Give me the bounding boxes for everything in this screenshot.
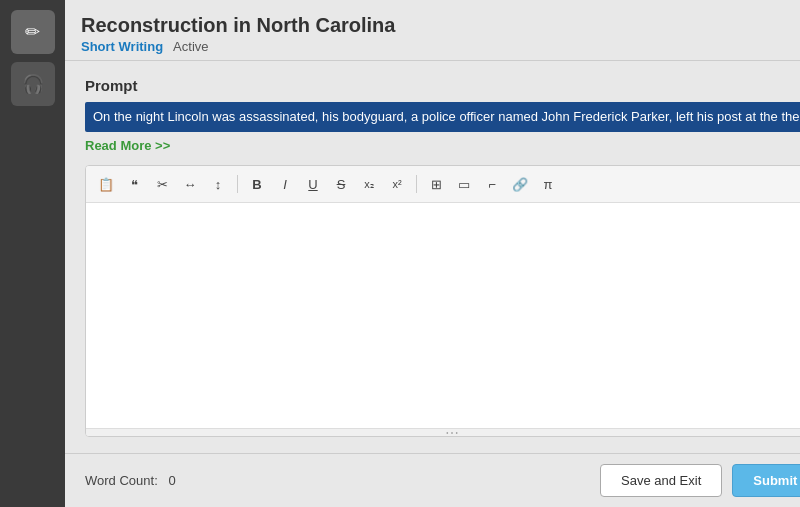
underline-button[interactable]: U	[301, 172, 325, 196]
word-count-value: 0	[169, 473, 176, 488]
cut-icon[interactable]: ✂	[150, 172, 174, 196]
prompt-text: On the night Lincoln was assassinated, h…	[85, 102, 800, 132]
save-exit-button[interactable]: Save and Exit	[600, 464, 722, 497]
editor-resize-handle[interactable]	[86, 428, 800, 436]
headphone-button[interactable]: 🎧	[11, 62, 55, 106]
align-right-icon[interactable]: ↕	[206, 172, 230, 196]
sidebar: ✏ 🎧	[0, 0, 65, 507]
toolbar: 📋 ❝ ✂ ↔ ↕ B I U S x₂ x² ⊞ ▭ ⌐ 🔗 π	[86, 166, 800, 203]
content-area: Prompt On the night Lincoln was assassin…	[65, 61, 800, 453]
toolbar-separator-1	[237, 175, 238, 193]
table-icon[interactable]: ⊞	[424, 172, 448, 196]
paste-icon[interactable]: 📋	[94, 172, 118, 196]
editor-container: 📋 ❝ ✂ ↔ ↕ B I U S x₂ x² ⊞ ▭ ⌐ 🔗 π	[85, 165, 800, 437]
box-icon[interactable]: ⌐	[480, 172, 504, 196]
word-count: Word Count: 0	[85, 473, 176, 488]
italic-button[interactable]: I	[273, 172, 297, 196]
short-writing-label: Short Writing	[81, 39, 163, 54]
prompt-label: Prompt	[85, 77, 800, 94]
header-subtitle: Short Writing Active	[81, 39, 800, 54]
math-icon[interactable]: π	[536, 172, 560, 196]
link-icon[interactable]: 🔗	[508, 172, 532, 196]
footer-buttons: Save and Exit Submit	[600, 464, 800, 497]
submit-button[interactable]: Submit	[732, 464, 800, 497]
align-left-icon[interactable]: ↔	[178, 172, 202, 196]
quote-icon[interactable]: ❝	[122, 172, 146, 196]
editor-body[interactable]	[86, 203, 800, 428]
superscript-button[interactable]: x²	[385, 172, 409, 196]
header: Reconstruction in North Carolina Short W…	[65, 0, 800, 61]
pencil-button[interactable]: ✏	[11, 10, 55, 54]
main-panel: Reconstruction in North Carolina Short W…	[65, 0, 800, 507]
subscript-button[interactable]: x₂	[357, 172, 381, 196]
shape-icon[interactable]: ▭	[452, 172, 476, 196]
footer: Word Count: 0 Save and Exit Submit	[65, 453, 800, 507]
word-count-label: Word Count:	[85, 473, 158, 488]
page-title: Reconstruction in North Carolina	[81, 14, 800, 37]
read-more-link[interactable]: Read More >>	[85, 138, 800, 153]
bold-button[interactable]: B	[245, 172, 269, 196]
toolbar-separator-2	[416, 175, 417, 193]
strikethrough-button[interactable]: S	[329, 172, 353, 196]
active-badge: Active	[173, 39, 208, 54]
